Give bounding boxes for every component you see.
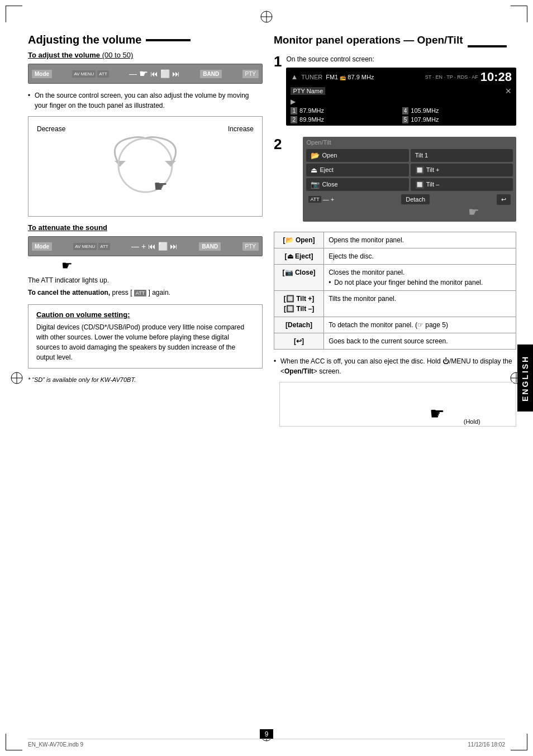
footer-right: 11/12/16 18:02 [468, 741, 505, 748]
control-buttons: — ☛ ⏮ ⬜ ⏭ [129, 68, 180, 80]
back-button[interactable]: ↩ [497, 194, 511, 205]
footer-left: EN_KW-AV70E.indb 9 [28, 741, 83, 748]
corner-mark-tr [511, 6, 527, 22]
av-menu-label-2: AV MENU [73, 243, 97, 250]
title-bar-left [146, 39, 191, 41]
svg-marker-14 [165, 161, 176, 166]
table-row-detach: [Detach] To detach the monitor panel. (☞… [274, 317, 516, 333]
table-row-close: [📷 Close] Closes the monitor panel. Do n… [274, 264, 516, 290]
decrease-label: Decrease [37, 125, 65, 133]
table-value-tilt: Tilts the monitor panel. [324, 290, 516, 317]
table-row-open: [📂 Open] Opens the monitor panel. [274, 232, 516, 248]
eject-button[interactable]: ⏏ Eject [306, 164, 408, 176]
table-key-close: [📷 Close] [274, 264, 324, 290]
hold-finger-icon: ☛ [430, 404, 445, 423]
station-1: 1 87.9MHz [291, 107, 400, 114]
table-value-detach: To detach the monitor panel. (☞ page 5) [324, 317, 516, 333]
att-indicator-text: The ATT indicator lights up. [28, 276, 263, 284]
table-row-eject: [⏏ Eject] Ejects the disc. [274, 248, 516, 264]
acc-bullet: When the ACC is off, you can also eject … [274, 356, 516, 376]
volume-diagram: Decrease Increase ☛ [28, 116, 263, 217]
att-inline-icon: ATT [134, 290, 146, 296]
increase-label: Increase [228, 125, 254, 133]
pty-button: PTY [242, 70, 259, 78]
mode-button-2: Mode [32, 242, 52, 251]
adjust-volume-subtitle: To adjust the volume (00 to 50) [28, 51, 263, 59]
tuner-stations: 1 87.9MHz 4 105.9MHz 2 89.9MHz [291, 107, 512, 123]
station-4: 4 105.9MHz [402, 107, 512, 114]
page: ENGLISH Adjusting the volume To adjust t… [0, 0, 533, 756]
step-2: 2 Open/Tilt 📂 Open Tilt 1 [274, 137, 516, 227]
station-5: 5 107.9MHz [402, 116, 512, 123]
close-icon: ✕ [505, 87, 512, 95]
device-screen-2: Mode AV MENU ATT — + ⏮ ⬜ ⏭ BAND PTY [28, 236, 263, 256]
device-screen-1: Mode AV MENU ATT — ☛ ⏮ ⬜ ⏭ BAND PTY [28, 64, 263, 84]
band-button-2: BAND [199, 242, 221, 251]
tuner-icon: ▲ [291, 73, 298, 81]
control-buttons-2: — + ⏮ ⬜ ⏭ [131, 242, 178, 251]
right-column: Monitor panel operations — Open/Tilt 1 O… [274, 34, 516, 427]
caution-box: Caution on volume setting: Digital devic… [28, 304, 263, 369]
table-value-back: Goes back to the current source screen. [324, 333, 516, 349]
title-bar-right [468, 45, 507, 47]
av-menu-label: AV MENU [72, 70, 96, 78]
table-key-tilt: [🔲 Tilt +][🔲 Tilt –] [274, 290, 324, 317]
footnote: * “SD” is available only for KW-AV70BT. [28, 376, 263, 383]
bullet-adjust-volume: On the source control screen, you can al… [28, 90, 263, 111]
page-number: 9 [260, 729, 273, 739]
monitor-panel-title: Monitor panel operations — Open/Tilt [274, 34, 516, 47]
table-value-open: Opens the monitor panel. [324, 232, 516, 248]
finger-on-plus: ☛ [139, 68, 148, 80]
footer: EN_KW-AV70E.indb 9 11/12/16 18:02 [28, 739, 505, 748]
pty-name: PTY Name [291, 87, 325, 95]
mode-button: Mode [32, 70, 52, 78]
reg-mark-left [10, 371, 23, 385]
station-2: 2 89.9MHz [291, 116, 400, 123]
tuner-screen: ▲ TUNER FM1 📻 87.9 MHz ST · EN · TP · RD… [286, 68, 516, 126]
operations-table: [📂 Open] Opens the monitor panel. [⏏ Eje… [274, 232, 516, 350]
caution-text: Digital devices (CD/SD*/USB/iPod) produc… [36, 322, 254, 362]
table-value-close: Closes the monitor panel. Do not place y… [324, 264, 516, 290]
adjusting-volume-title: Adjusting the volume [28, 34, 263, 46]
tilt1-button[interactable]: Tilt 1 [411, 149, 513, 162]
close-button[interactable]: 📷 Close [306, 178, 408, 191]
table-key-back: [↩] [274, 333, 324, 349]
hold-label: (Hold) [464, 418, 480, 425]
hold-diagram: ☛ (Hold) [279, 382, 516, 427]
svg-marker-12 [115, 161, 126, 166]
caution-title: Caution on volume setting: [36, 310, 254, 319]
table-key-eject: [⏏ Eject] [274, 248, 324, 264]
step1-text: On the source control screen: [286, 54, 516, 64]
open-button[interactable]: 📂 Open [306, 149, 408, 162]
att-icon-1: ATT [97, 70, 109, 78]
step-1: 1 On the source control screen: ▲ TUNER … [274, 54, 516, 132]
table-row-back: [↩] Goes back to the current source scre… [274, 333, 516, 349]
pty-button-2: PTY [242, 242, 259, 251]
tilt-plus-button[interactable]: 🔲 Tilt + [411, 164, 513, 176]
volume-circle-svg: ☛ [89, 127, 201, 205]
table-row-tilt: [🔲 Tilt +][🔲 Tilt –] Tilts the monitor p… [274, 290, 516, 317]
corner-mark-tl [6, 6, 22, 22]
att-icon-ot: ATT [308, 196, 321, 203]
language-sidebar: ENGLISH [517, 344, 533, 412]
left-column: Adjusting the volume To adjust the volum… [28, 34, 263, 427]
band-button: BAND [200, 70, 222, 78]
detach-button[interactable]: Detach [401, 194, 430, 204]
table-key-detach: [Detach] [274, 317, 324, 333]
att-icon-2: ATT [98, 243, 110, 250]
finger-att: ☛ [61, 259, 263, 273]
finger-detach: ☛ [468, 205, 479, 219]
table-key-open: [📂 Open] [274, 232, 324, 248]
tilt-minus-button[interactable]: 🔲 Tilt – [411, 178, 513, 191]
svg-text:☛: ☛ [154, 178, 168, 195]
page-bar: 9 [0, 729, 533, 739]
attenuate-subtitle: To attenuate the sound [28, 223, 263, 232]
opentilt-screen: Open/Tilt 📂 Open Tilt 1 ⏏ Eject [303, 137, 516, 222]
cancel-attenuation-text: To cancel the attenuation, press [ ATT ]… [28, 289, 263, 296]
opentilt-buttons: 📂 Open Tilt 1 ⏏ Eject 🔲 [306, 149, 513, 191]
table-value-eject: Ejects the disc. [324, 248, 516, 264]
reg-mark-top [260, 10, 273, 23]
